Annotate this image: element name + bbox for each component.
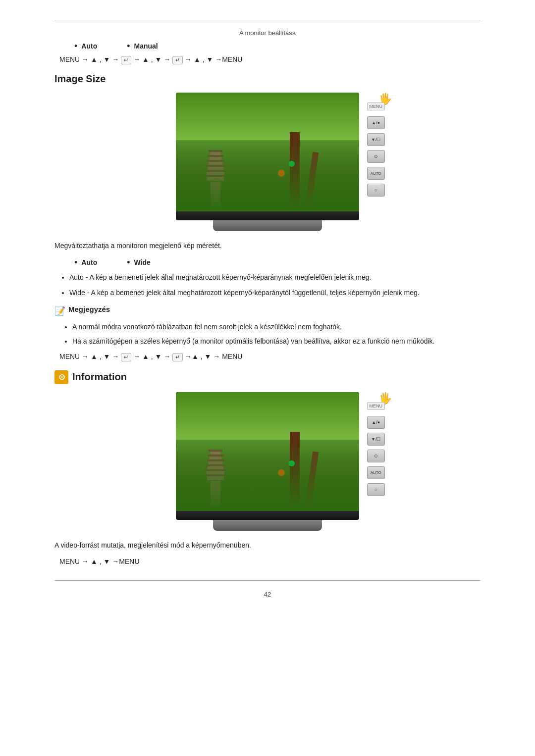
note-items: A normál módra vonatkozó táblázatban fel… <box>72 321 481 347</box>
monitor-screen-2 <box>176 392 359 511</box>
information-section-title: ⊙ Information <box>54 370 481 384</box>
header-title: A monitor beállítása <box>239 29 296 37</box>
note-item-1: A normál módra vonatkozó táblázatban fel… <box>72 321 481 332</box>
bullet-manual: Manual <box>134 42 158 50</box>
monitor-screen-1 <box>176 93 359 211</box>
note-box: 📝 Megjegyzés <box>54 305 481 316</box>
menu-nav-3: MENU → ▲ , ▼ →MENU <box>59 557 481 565</box>
information-description: A video-forrást mutatja, megjelenítési m… <box>54 540 481 551</box>
menu-nav-1: MENU → ▲ , ▼ → ↵ → ▲ , ▼ → ↵ → ▲ , ▼ →ME… <box>59 55 481 64</box>
information-title-text: Information <box>72 371 127 383</box>
bullet-wide: Wide <box>134 258 151 266</box>
note-icon: 📝 <box>54 305 65 316</box>
image-size-bullet-list: Auto - A kép a bemeneti jelek által megh… <box>69 272 481 298</box>
bullet-row-auto-wide: • Auto • Wide <box>74 258 481 267</box>
bullet-auto: Auto <box>81 42 97 50</box>
bullet-dot-1: • <box>74 42 77 50</box>
bullet-row-auto-manual: • Auto • Manual <box>74 42 481 50</box>
side-panel-2: MENU ▲/● ▼/☐ ⊙ AUTO ○ <box>367 402 385 496</box>
page-number: 42 <box>54 591 481 598</box>
bullet-auto-2: Auto <box>81 258 97 266</box>
auto-desc: Auto - A kép a bemeneti jelek által megh… <box>69 272 481 283</box>
image-size-title: Image Size <box>54 73 481 85</box>
note-item-2: Ha a számítógépen a széles képernyő (a m… <box>72 336 481 347</box>
image-size-description: Megváltoztathatja a monitoron megjelenő … <box>54 240 481 251</box>
side-panel-1: MENU ▲/● ▼/☐ ⊙ AUTO ○ <box>367 102 385 197</box>
wide-desc: Wide - A kép a bemeneti jelek által megh… <box>69 287 481 298</box>
bullet-dot-2: • <box>127 42 130 50</box>
menu-nav-2: MENU → ▲ , ▼ → ↵ → ▲ , ▼ → ↵ →▲ , ▼ → ME… <box>59 353 481 361</box>
image-size-monitor-image: 🖐 <box>54 93 481 231</box>
information-monitor-image: 🖐 <box>54 392 481 531</box>
information-icon: ⊙ <box>54 370 68 384</box>
page-header: A monitor beállítása <box>54 29 481 37</box>
note-title: Megjegyzés <box>68 305 110 313</box>
